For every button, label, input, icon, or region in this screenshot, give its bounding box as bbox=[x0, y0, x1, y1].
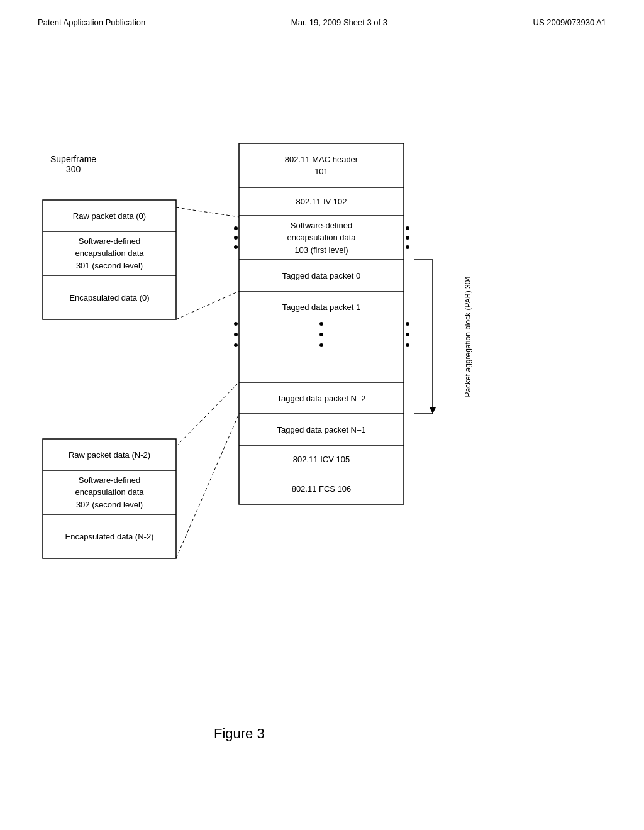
superframe-label: Superframe 300 bbox=[50, 154, 96, 174]
superframe-number: 300 bbox=[66, 164, 80, 174]
svg-point-36 bbox=[406, 343, 409, 347]
header-right: US 2009/073930 A1 bbox=[533, 18, 606, 27]
right-box-sw-enc-103: Software-defined encapsulation data 103 … bbox=[239, 216, 404, 260]
right-box-tagged-1: Tagged data packet 1 bbox=[239, 291, 404, 323]
page-header: Patent Application Publication Mar. 19, … bbox=[0, 0, 644, 27]
svg-line-14 bbox=[176, 208, 239, 217]
header-center: Mar. 19, 2009 Sheet 3 of 3 bbox=[291, 18, 387, 27]
svg-marker-21 bbox=[430, 407, 436, 414]
svg-point-26 bbox=[234, 236, 238, 240]
right-box-iv: 802.11 IV 102 bbox=[239, 187, 404, 216]
right-box-tagged-n1: Tagged data packet N–1 bbox=[239, 414, 404, 445]
svg-line-16 bbox=[176, 382, 239, 446]
left-box-raw-n2: Raw packet data (N-2) bbox=[43, 439, 176, 470]
svg-point-35 bbox=[406, 333, 409, 336]
pab-label: Packet aggregation block (PAB) 304 bbox=[440, 260, 497, 414]
svg-point-34 bbox=[406, 322, 409, 326]
left-box-enc-0: Encapsulated data (0) bbox=[43, 275, 176, 319]
svg-point-28 bbox=[406, 226, 409, 230]
left-box-raw-0: Raw packet data (0) bbox=[43, 200, 176, 231]
svg-point-29 bbox=[406, 236, 409, 240]
right-box-tagged-0: Tagged data packet 0 bbox=[239, 260, 404, 291]
svg-point-30 bbox=[406, 245, 409, 249]
header-left: Patent Application Publication bbox=[38, 18, 145, 27]
svg-line-15 bbox=[176, 291, 239, 319]
diagram-area: Superframe 300 Raw packet data (0) Softw… bbox=[0, 63, 644, 780]
svg-point-31 bbox=[234, 322, 238, 326]
svg-point-32 bbox=[234, 333, 238, 336]
right-box-mac-header: 802.11 MAC header 101 bbox=[239, 143, 404, 187]
svg-line-17 bbox=[176, 414, 239, 558]
superframe-title: Superframe bbox=[50, 154, 96, 164]
svg-point-33 bbox=[234, 343, 238, 347]
svg-point-23 bbox=[319, 333, 323, 336]
left-box-sw-enc-302: Software-defined encapsulation data 302 … bbox=[43, 470, 176, 514]
left-box-sw-enc-301: Software-defined encapsulation data 301 … bbox=[43, 231, 176, 275]
right-box-fcs: 802.11 FCS 106 bbox=[239, 473, 404, 504]
figure-caption: Figure 3 bbox=[214, 726, 265, 742]
right-box-tagged-n2: Tagged data packet N–2 bbox=[239, 382, 404, 414]
svg-point-24 bbox=[319, 343, 323, 347]
svg-point-27 bbox=[234, 245, 238, 249]
left-box-enc-n2: Encapsulated data (N-2) bbox=[43, 514, 176, 558]
right-box-icv: 802.11 ICV 105 bbox=[239, 445, 404, 473]
svg-point-25 bbox=[234, 226, 238, 230]
